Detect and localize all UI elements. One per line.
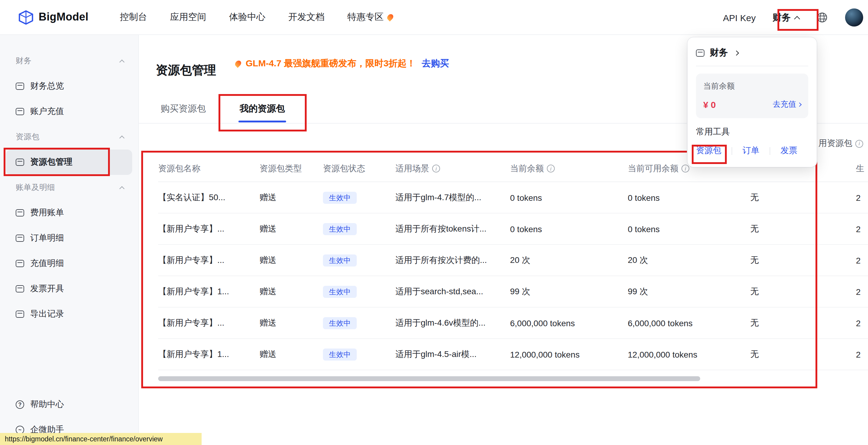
tool-invoice-link[interactable]: 发票 [780, 145, 797, 156]
sidebar-group-package[interactable]: 资源包 [0, 124, 138, 149]
nav-experience[interactable]: 体验中心 [229, 11, 265, 23]
pkg-balance: 6,000,000 tokens [510, 318, 628, 328]
pkg-balance: 0 tokens [510, 193, 628, 202]
pkg-start: 2 [785, 318, 868, 328]
finance-menu-trigger[interactable]: 财务 [773, 12, 799, 23]
pkg-available: 0 tokens [628, 193, 731, 202]
pkg-scene: 适用于glm-4.5-air模... [395, 349, 510, 360]
pkg-status: 生效中 [323, 317, 395, 329]
status-badge: 生效中 [323, 285, 357, 298]
export-icon [16, 311, 24, 318]
banner-buy-link[interactable]: 去购买 [422, 58, 449, 69]
sidebar-item-package-manage[interactable]: 资源包管理 [6, 149, 132, 175]
pkg-scene: 适用于glm-4.7模型的... [395, 192, 510, 203]
sidebar-item-account-recharge[interactable]: 账户充值 [0, 99, 138, 124]
pkg-balance: 12,000,000 tokens [510, 349, 628, 359]
info-icon[interactable] [432, 165, 440, 172]
chevron-up-icon [794, 16, 800, 22]
col-balance: 当前余额 [510, 163, 628, 174]
pkg-name: 【新用户专享】... [158, 317, 259, 328]
nav-promo[interactable]: 特惠专区 [347, 11, 393, 23]
show-available-filter-partial[interactable]: 用资源包 [818, 138, 863, 149]
col-name: 资源包名称 [158, 163, 259, 174]
pkg-name: 【新用户专享】... [158, 255, 259, 266]
nav-console[interactable]: 控制台 [120, 11, 147, 23]
banner-text: GLM-4.7 最强旗舰重磅发布，限时3折起！ [246, 58, 415, 69]
sidebar-item-expense-bill[interactable]: 费用账单 [0, 200, 138, 226]
wallet-icon [696, 49, 705, 56]
sidebar-item-finance-overview[interactable]: 财务总览 [0, 74, 138, 99]
brand-name: BigModel [39, 11, 88, 24]
info-icon[interactable] [547, 165, 555, 172]
nav-app-space[interactable]: 应用空间 [170, 11, 206, 23]
pkg-scene: 适用于search-std,sea... [395, 286, 510, 297]
pkg-available: 99 次 [628, 286, 731, 297]
tool-order-link[interactable]: 订单 [742, 145, 760, 156]
pkg-available: 20 次 [628, 255, 731, 266]
order-icon [16, 235, 24, 242]
user-avatar[interactable] [845, 8, 863, 27]
recharge-link[interactable]: 去充值 [773, 99, 801, 110]
recharge-detail-icon [16, 260, 24, 267]
table-row: 【新用户专享】1... 赠送 生效中 适用于glm-4.5-air模... 12… [158, 339, 868, 370]
pkg-extra: 无 [731, 286, 785, 297]
dropdown-finance-header[interactable]: 财务 [696, 47, 808, 59]
brand-logo[interactable]: BigModel [18, 9, 88, 25]
bigmodel-logo-icon [18, 9, 34, 25]
horizontal-scrollbar[interactable] [158, 376, 700, 381]
page-title: 资源包管理 [156, 62, 216, 79]
info-icon[interactable] [681, 165, 689, 172]
pkg-name: 【新用户专享】1... [158, 286, 259, 297]
sidebar-group-finance[interactable]: 财务 [0, 48, 138, 74]
tab-buy-package[interactable]: 购买资源包 [161, 103, 206, 114]
help-icon: ? [16, 400, 24, 409]
pkg-available: 0 tokens [628, 224, 731, 234]
sidebar-item-export-record[interactable]: 导出记录 [0, 302, 138, 327]
table-row: 【新用户专享】... 赠送 生效中 适用于glm-4.6v模型的... 6,00… [158, 308, 868, 339]
chevron-right-icon [797, 102, 802, 106]
pkg-status: 生效中 [323, 348, 395, 360]
pkg-extra: 无 [731, 349, 785, 360]
pkg-extra: 无 [731, 255, 785, 266]
chevron-up-icon [120, 136, 125, 141]
info-icon[interactable] [855, 140, 863, 147]
pkg-balance: 20 次 [510, 255, 628, 266]
pkg-extra: 无 [731, 224, 785, 234]
pkg-balance: 0 tokens [510, 224, 628, 234]
nav-docs[interactable]: 开发文档 [288, 11, 324, 23]
sidebar-item-order-detail[interactable]: 订单明细 [0, 226, 138, 251]
pkg-name: 【实名认证】50... [158, 192, 259, 203]
pkg-name: 【新用户专享】... [158, 224, 259, 234]
tool-package-link[interactable]: 资源包 [696, 145, 721, 156]
common-tools-label: 常用工具 [696, 127, 808, 137]
navbar-right: API Key 财务 [723, 0, 863, 35]
sidebar-group-bills[interactable]: 账单及明细 [0, 175, 138, 200]
divider [770, 147, 770, 155]
col-status: 资源包状态 [323, 163, 395, 174]
balance-value: ¥ 0 [703, 99, 716, 109]
sidebar-item-recharge-detail[interactable]: 充值明细 [0, 251, 138, 276]
browser-status-url: https://bigmodel.cn/finance-center/finan… [0, 433, 202, 445]
sidebar: 财务 财务总览 账户充值 资源包 资源包管理 账单及明细 费用账单 [0, 35, 139, 445]
pkg-scene: 适用于所有按tokens计... [395, 224, 510, 234]
sidebar-item-help-center[interactable]: ? 帮助中心 [0, 392, 138, 417]
main-nav: 控制台 应用空间 体验中心 开发文档 特惠专区 [120, 11, 393, 23]
pkg-type: 赠送 [259, 224, 323, 234]
col-scene: 适用场景 [395, 163, 510, 174]
table-row: 【新用户专享】1... 赠送 生效中 适用于search-std,sea... … [158, 276, 868, 308]
api-key-link[interactable]: API Key [723, 12, 756, 23]
pkg-scene: 适用于glm-4.6v模型的... [395, 317, 510, 328]
pkg-extra: 无 [731, 192, 785, 203]
pkg-start: 2 [785, 224, 868, 234]
pkg-balance: 99 次 [510, 286, 628, 297]
status-badge: 生效中 [323, 348, 357, 360]
package-icon [16, 159, 24, 166]
col-type: 资源包类型 [259, 163, 323, 174]
finance-dropdown: 财务 当前余额 ¥ 0 去充值 常用工具 资源包 订单 发票 [687, 37, 817, 167]
sidebar-item-invoice-issue[interactable]: 发票开具 [0, 276, 138, 302]
globe-icon[interactable] [816, 11, 828, 24]
tab-my-package[interactable]: 我的资源包 [240, 103, 285, 114]
pkg-available: 12,000,000 tokens [628, 349, 731, 359]
pkg-status: 生效中 [323, 285, 395, 298]
pkg-extra: 无 [731, 317, 785, 328]
